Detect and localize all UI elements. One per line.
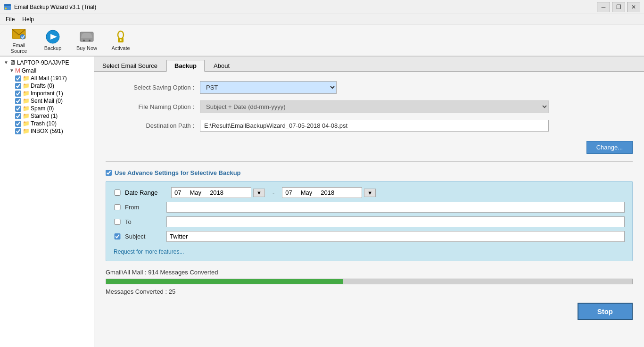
file-naming-row: File Naming Option : Subject + Date (dd-… [106,100,633,113]
drafts-checkbox[interactable] [15,83,21,89]
advance-settings-checkbox[interactable] [106,170,112,176]
date-to-group: ▼ [282,187,376,198]
saving-option-label: Select Saving Option : [106,84,200,91]
svg-point-9 [89,40,91,41]
progress-bar-bg [106,279,633,284]
toolbar-email-source[interactable]: Email Source [4,24,34,56]
tab-backup[interactable]: Backup [166,60,205,72]
to-checkbox[interactable] [114,219,121,225]
backup-panel: Select Saving Option : PST EML MSG MBOX … [94,72,644,347]
sidebar-item-sentmail[interactable]: 📁 Sent Mail (0) [0,97,94,105]
spam-checkbox[interactable] [15,106,21,112]
from-checkbox[interactable] [114,204,121,210]
trash-label: Trash (10) [31,120,57,127]
file-naming-select[interactable]: Subject + Date (dd-mm-yyyy) [200,100,549,113]
starred-checkbox[interactable] [15,113,21,119]
toolbar-activate[interactable]: Activate [106,27,136,53]
sidebar-item-starred[interactable]: 📁 Starred (1) [0,112,94,120]
from-input[interactable] [166,202,625,213]
spam-label: Spam (0) [31,105,54,112]
date-to-input[interactable] [282,187,362,198]
date-from-input[interactable] [171,187,251,198]
sidebar-item-trash[interactable]: 📁 Trash (10) [0,120,94,127]
tab-select-email-source[interactable]: Select Email Source [94,60,165,72]
folder-icon-8: 📁 [23,128,30,134]
change-button[interactable]: Change... [586,141,633,154]
divider1 [106,161,633,162]
activate-icon [113,29,128,44]
backup-icon [45,29,60,44]
menu-file[interactable]: File [2,15,18,24]
sidebar-item-allmail[interactable]: 📁 All Mail (1917) [0,74,94,82]
stop-button[interactable]: Stop [578,303,633,320]
starred-label: Starred (1) [31,113,58,119]
advance-settings-section: Date Range ▼ - ▼ From [106,181,633,261]
toolbar-buy-now-label: Buy Now [76,45,97,51]
advance-settings-checkbox-row: Use Advance Settings for Selective Backu… [106,169,633,176]
important-checkbox[interactable] [15,91,21,97]
sidebar-item-drafts[interactable]: 📁 Drafts (0) [0,82,94,90]
minimize-button[interactable]: ─ [597,2,610,12]
destination-label: Destination Path : [106,122,200,129]
trash-checkbox[interactable] [15,121,21,127]
inbox-checkbox[interactable] [15,128,21,134]
date-range-label: Date Range [125,189,167,196]
destination-input[interactable] [200,120,549,132]
svg-point-10 [118,31,124,39]
content-area: Select Email Source Backup About Select … [94,57,644,347]
date-range-separator: - [272,189,274,196]
close-button[interactable]: ✕ [627,2,640,12]
computer-label: LAPTOP-9DAJJVPE [17,59,69,66]
sidebar: ▼ 🖥 LAPTOP-9DAJJVPE ▼ M Gmail 📁 All Mail… [0,57,94,347]
progress-bar-fill [106,279,343,284]
buy-now-icon [79,29,94,44]
sidebar-item-inbox[interactable]: 📁 INBOX (591) [0,127,94,135]
date-to-picker[interactable]: ▼ [364,189,376,197]
gmail-icon: M [15,67,20,74]
toolbar-buy-now[interactable]: Buy Now [72,27,102,53]
folder-icon-6: 📁 [23,113,30,119]
menu-help[interactable]: Help [18,15,38,24]
folder-icon: 📁 [23,75,30,82]
folder-icon-7: 📁 [23,120,30,127]
file-naming-wrap: Subject + Date (dd-mm-yyyy) [200,100,633,113]
date-from-group: ▼ [171,187,265,198]
request-link[interactable]: Request for more features... [114,248,184,255]
to-input[interactable] [166,216,625,227]
sidebar-computer[interactable]: ▼ 🖥 LAPTOP-9DAJJVPE [0,58,94,66]
toolbar-email-source-label: Email Source [6,42,32,54]
drafts-label: Drafts (0) [31,83,54,89]
from-row: From [114,202,625,213]
from-label: From [125,204,163,211]
allmail-label: All Mail (1917) [31,75,67,82]
progress-section: Gmail\All Mail : 914 Messages Converted … [106,269,633,295]
stop-btn-row: Stop [106,303,633,320]
important-label: Important (1) [31,90,63,97]
computer-icon: 🖥 [9,59,16,66]
svg-rect-1 [4,4,11,6]
restore-button[interactable]: ❐ [612,2,625,12]
to-label: To [125,218,163,225]
messages-converted: Messages Converted : 25 [106,288,633,295]
main-layout: ▼ 🖥 LAPTOP-9DAJJVPE ▼ M Gmail 📁 All Mail… [0,57,644,347]
allmail-checkbox[interactable] [15,75,21,82]
email-source-icon [11,26,26,41]
menu-bar: File Help [0,14,644,25]
sentmail-checkbox[interactable] [15,98,21,104]
sidebar-gmail[interactable]: ▼ M Gmail [0,66,94,74]
expand-icon: ▼ [4,60,8,65]
date-from-picker[interactable]: ▼ [253,189,265,197]
subject-checkbox[interactable] [114,233,121,240]
tab-about[interactable]: About [206,60,238,72]
saving-option-select[interactable]: PST EML MSG MBOX PDF [200,81,337,94]
sidebar-item-spam[interactable]: 📁 Spam (0) [0,105,94,112]
to-row: To [114,216,625,227]
subject-input[interactable] [166,231,625,242]
date-range-checkbox[interactable] [114,190,121,196]
progress-status: Gmail\All Mail : 914 Messages Converted [106,269,633,276]
toolbar-backup[interactable]: Backup [38,27,68,53]
file-naming-label: File Naming Option : [106,103,200,110]
saving-option-row: Select Saving Option : PST EML MSG MBOX … [106,81,633,94]
sidebar-item-important[interactable]: 📁 Important (1) [0,90,94,97]
saving-option-wrap: PST EML MSG MBOX PDF [200,81,633,94]
